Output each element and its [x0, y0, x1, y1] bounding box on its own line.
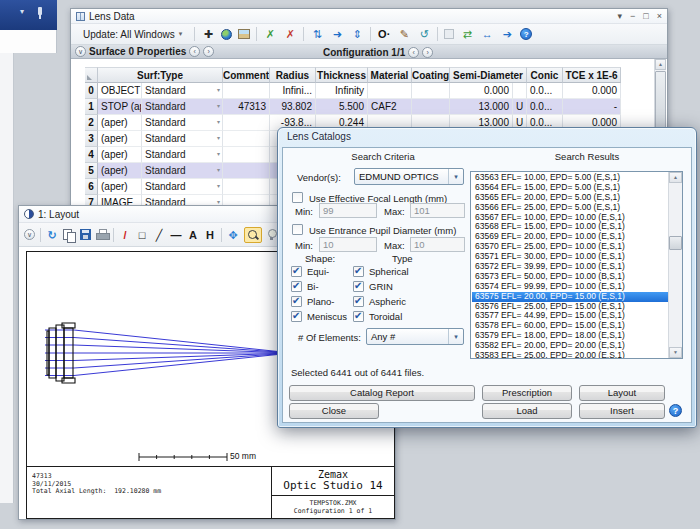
radius-cell[interactable]: Infini... — [270, 83, 316, 99]
search-results-listbox[interactable]: 63563 EFL= 10.00, EPD= 5.00 (E,S,1) 6356… — [470, 171, 683, 359]
row-number-cell[interactable]: 0 — [85, 83, 98, 99]
elements-select[interactable]: Any # — [366, 328, 464, 345]
epd-checkbox[interactable] — [292, 224, 303, 235]
surf-type-dropdown[interactable]: Standard — [142, 163, 223, 179]
scroll-up-icon[interactable]: ▲ — [655, 59, 666, 70]
load-button[interactable]: Load — [482, 403, 572, 419]
efl-max-input[interactable]: 101 — [410, 203, 465, 218]
collapse-chevron-icon[interactable]: ∨ — [75, 46, 86, 57]
text-tool-icon[interactable]: A — [187, 228, 199, 242]
help-icon[interactable]: ? — [520, 28, 532, 40]
comment-cell[interactable] — [223, 131, 270, 147]
surf-name-cell[interactable]: STOP (ap — [98, 99, 142, 115]
surf-name-cell[interactable]: (aper) — [98, 163, 142, 179]
pencil-check-icon[interactable]: ✎ — [397, 28, 411, 41]
surf-type-dropdown[interactable]: Standard — [142, 83, 223, 99]
checkbox-checked[interactable] — [291, 311, 302, 322]
dialog-titlebar[interactable]: Lens Catalogs — [278, 128, 696, 146]
pan-icon[interactable]: ✥ — [227, 228, 239, 242]
epd-min-input[interactable]: 10 — [319, 237, 377, 252]
scroll-down-icon[interactable]: ▼ — [669, 347, 682, 358]
coating-cell[interactable] — [412, 83, 450, 99]
collapse-chevron-icon[interactable]: ∨ — [24, 229, 35, 240]
h-tool-icon[interactable]: H — [204, 228, 216, 242]
checkbox-checked[interactable] — [291, 296, 302, 307]
green-cross-icon[interactable]: ✗ — [263, 28, 277, 41]
checkbox-checked[interactable] — [353, 311, 364, 322]
row-number-cell[interactable]: 1 — [85, 99, 98, 115]
refresh-icon[interactable]: ↻ — [46, 228, 58, 242]
efl-min-input[interactable]: 99 — [319, 203, 377, 218]
help-icon[interactable]: ? — [669, 404, 682, 417]
conic-cell[interactable]: 0.0... — [527, 83, 563, 99]
close-button[interactable]: Close — [289, 403, 379, 419]
col-surf-type[interactable]: Surf:Type — [98, 67, 223, 83]
up-down-arrows-icon[interactable]: ⇅ — [310, 28, 324, 41]
row-number-cell[interactable]: 2 — [85, 115, 98, 131]
line-tool-icon[interactable]: ╱ — [153, 228, 165, 242]
surf-type-dropdown[interactable]: Standard — [142, 115, 223, 131]
undo-arrow-icon[interactable]: ↺ — [417, 28, 431, 41]
rectangle-tool-icon[interactable]: □ — [136, 228, 148, 242]
comment-cell[interactable] — [223, 83, 270, 99]
semi-diameter-flag-cell[interactable] — [513, 83, 527, 99]
corner-sort-icon[interactable] — [85, 67, 98, 83]
layout-button[interactable]: Layout — [579, 385, 665, 401]
left-right-arrow-icon[interactable]: ↔ — [480, 28, 494, 41]
semi-diameter-flag-cell[interactable]: U — [513, 99, 527, 115]
surf-name-cell[interactable]: (aper) — [98, 131, 142, 147]
vendor-select[interactable]: EDMUND OPTICS — [354, 168, 464, 185]
red-cross-icon[interactable]: ✗ — [283, 28, 297, 41]
checkbox-checked[interactable] — [291, 266, 302, 277]
row-number-cell[interactable]: 6 — [85, 179, 98, 195]
coating-cell[interactable] — [412, 99, 450, 115]
semi-diameter-cell[interactable]: 13.000 — [450, 99, 513, 115]
lamp-icon[interactable] — [267, 229, 277, 241]
blank-square-icon[interactable] — [444, 29, 454, 39]
insert-button[interactable]: Insert — [579, 403, 665, 419]
comment-cell[interactable]: 47313 — [223, 99, 270, 115]
surf-type-dropdown[interactable]: Standard — [142, 147, 223, 163]
thickness-cell[interactable]: Infinity — [316, 83, 368, 99]
col-thickness[interactable]: Thickness — [316, 67, 368, 83]
material-cell[interactable] — [368, 83, 412, 99]
material-cell[interactable]: CAF2 — [368, 99, 412, 115]
prescription-button[interactable]: Prescription — [482, 385, 572, 401]
scroll-up-icon[interactable]: ▲ — [669, 172, 682, 183]
thickness-cell[interactable]: 5.500 — [316, 99, 368, 115]
copy-icon[interactable] — [63, 229, 75, 241]
row-number-cell[interactable]: 3 — [85, 131, 98, 147]
minimize-icon[interactable]: − — [630, 12, 635, 21]
col-radius[interactable]: Radius — [270, 67, 316, 83]
print-icon[interactable] — [96, 229, 108, 240]
comment-cell[interactable] — [223, 163, 270, 179]
chevron-down-icon[interactable]: ▾ — [20, 8, 24, 16]
efl-checkbox[interactable] — [292, 192, 303, 203]
blue-arrow-icon[interactable]: ➔ — [500, 28, 514, 41]
close-icon[interactable]: × — [657, 12, 662, 21]
row-number-cell[interactable]: 5 — [85, 163, 98, 179]
conic-cell[interactable]: 0.0... — [527, 99, 563, 115]
catalog-report-button[interactable]: Catalog Report — [289, 385, 475, 401]
surf-type-dropdown[interactable]: Standard — [142, 131, 223, 147]
surf-type-dropdown[interactable]: Standard — [142, 99, 223, 115]
epd-max-input[interactable]: 10 — [410, 237, 465, 252]
next-config-icon[interactable]: › — [422, 47, 433, 58]
stretch-arrows-icon[interactable]: ⇕ — [350, 28, 364, 41]
window-menu-icon[interactable]: ▾ — [618, 12, 623, 21]
comment-cell[interactable] — [223, 179, 270, 195]
dash-tool-icon[interactable]: — — [170, 228, 182, 242]
scrollbar-thumb[interactable] — [655, 71, 666, 129]
next-surface-icon[interactable]: › — [203, 46, 214, 57]
pin-icon[interactable] — [38, 7, 42, 15]
col-coating[interactable]: Coating — [412, 67, 450, 83]
maximize-icon[interactable]: □ — [643, 12, 648, 21]
surf-name-cell[interactable]: (aper) — [98, 115, 142, 131]
crosshair-icon[interactable]: ✚ — [201, 28, 215, 41]
lens-data-titlebar[interactable]: Lens Data ▾ − □ × — [71, 9, 667, 24]
right-arrow-lines-icon[interactable]: ➜ — [330, 28, 344, 41]
prev-surface-icon[interactable]: ‹ — [189, 46, 200, 57]
col-conic[interactable]: Conic — [527, 67, 563, 83]
red-line-tool-icon[interactable]: / — [119, 228, 131, 242]
save-icon[interactable] — [80, 229, 91, 240]
